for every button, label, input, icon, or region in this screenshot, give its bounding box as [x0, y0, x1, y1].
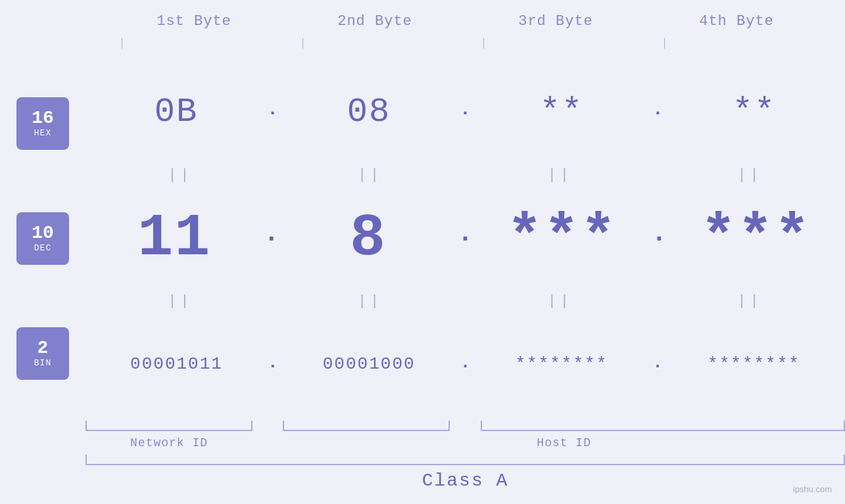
dec-val-3: *** [507, 205, 617, 272]
equals-cell-2b: || [276, 293, 466, 309]
bracket-4 [646, 37, 827, 49]
dec-cell-4: *** [667, 205, 845, 272]
equals-2b: || [358, 293, 383, 309]
bracket-svg-4 [664, 37, 809, 49]
bin-dot-3: . [652, 353, 663, 376]
byte-headers: 1st Byte 2nd Byte 3rd Byte 4th Byte [104, 13, 827, 30]
equals-row-2: || || || || [85, 291, 845, 311]
dec-row: 11 . 8 . *** . *** [85, 185, 845, 292]
dec-cell-2: 8 [279, 205, 458, 272]
equals-cell-2c: || [466, 293, 656, 309]
watermark: ipshu.com [793, 484, 832, 494]
bracket-svg-2 [302, 37, 447, 49]
dec-dot-1: . [264, 219, 279, 258]
hex-val-2: 08 [347, 93, 391, 131]
equals-cell-1b: || [276, 167, 466, 183]
equals-1d: || [737, 167, 762, 183]
top-brackets [104, 36, 827, 49]
host-bracket-right [481, 421, 845, 431]
hex-cell-1: 0B [85, 93, 267, 131]
bin-dot-1: . [268, 353, 278, 376]
equals-2c: || [548, 293, 573, 309]
network-id-label: Network ID [85, 436, 253, 449]
dec-badge-name: DEC [34, 243, 51, 253]
dec-dot-3: . [651, 219, 667, 258]
bin-val-2: 00001000 [323, 354, 416, 374]
hex-cell-2: 08 [278, 93, 460, 131]
dec-badge: 10 DEC [16, 212, 69, 265]
bracket-svg-1 [122, 37, 266, 49]
byte-header-1: 1st Byte [104, 13, 285, 30]
dec-cell-1: 11 [85, 205, 264, 272]
equals-cell-1c: || [466, 167, 656, 183]
equals-2a: || [168, 293, 193, 309]
bin-cell-1: 00001011 [85, 354, 268, 374]
host-bracket-left [283, 421, 450, 431]
bracket-1 [104, 37, 285, 49]
host-id-label: Host ID [283, 436, 845, 449]
dec-val-2: 8 [350, 205, 387, 272]
byte-header-3: 3rd Byte [466, 13, 646, 30]
bin-cell-4: ******** [663, 354, 845, 374]
hex-row: 0B . 08 . ** . ** [85, 59, 845, 166]
bin-cell-2: 00001000 [278, 354, 460, 374]
equals-1a: || [168, 167, 193, 183]
dec-badge-number: 10 [32, 223, 54, 244]
hex-dot-1: . [267, 99, 278, 125]
bin-badge-number: 2 [37, 338, 49, 359]
equals-cell-1a: || [85, 167, 276, 183]
hex-val-3: ** [540, 93, 583, 131]
hex-dot-2: . [460, 99, 471, 125]
bin-cell-3: ******** [470, 354, 652, 374]
hex-val-1: 0B [155, 93, 198, 131]
class-label: Class A [422, 470, 509, 491]
bin-val-1: 00001011 [130, 354, 223, 374]
dec-cell-3: *** [473, 205, 652, 272]
equals-1c: || [548, 167, 573, 183]
bin-row: 00001011 . 00001000 . ******** . *******… [85, 311, 845, 417]
bin-dot-2: . [460, 353, 471, 376]
values-grid: 0B . 08 . ** . ** || [85, 59, 845, 417]
labels-column: 16 HEX 10 DEC 2 BIN [0, 59, 85, 417]
byte-header-2: 2nd Byte [285, 13, 466, 30]
equals-cell-2a: || [85, 293, 276, 309]
dec-val-4: *** [701, 205, 811, 272]
equals-2d: || [737, 293, 762, 309]
hex-cell-3: ** [471, 93, 652, 131]
hex-dot-3: . [652, 99, 664, 125]
main-container: 1st Byte 2nd Byte 3rd Byte 4th Byte [0, 0, 845, 504]
equals-cell-1d: || [655, 167, 845, 183]
bracket-svg-3 [483, 37, 628, 49]
hex-badge: 16 HEX [16, 97, 69, 150]
hex-cell-4: ** [664, 93, 845, 131]
byte-header-4: 4th Byte [646, 13, 827, 30]
bin-val-4: ******** [708, 354, 800, 374]
bin-badge-name: BIN [34, 358, 51, 368]
hex-badge-number: 16 [32, 108, 54, 129]
hex-badge-name: HEX [34, 128, 51, 138]
hex-val-4: ** [733, 93, 776, 131]
class-bracket [85, 455, 845, 465]
network-bracket [85, 421, 253, 431]
bracket-2 [285, 37, 466, 49]
equals-1b: || [358, 167, 383, 183]
dec-dot-2: . [457, 219, 473, 258]
equals-row-1: || || || || [85, 166, 845, 185]
bin-badge: 2 BIN [16, 327, 69, 380]
bin-val-3: ******** [515, 354, 608, 374]
dec-val-1: 11 [137, 205, 211, 272]
bracket-3 [466, 37, 646, 49]
equals-cell-2d: || [655, 293, 845, 309]
content-area: 16 HEX 10 DEC 2 BIN 0B . 08 [0, 59, 845, 417]
